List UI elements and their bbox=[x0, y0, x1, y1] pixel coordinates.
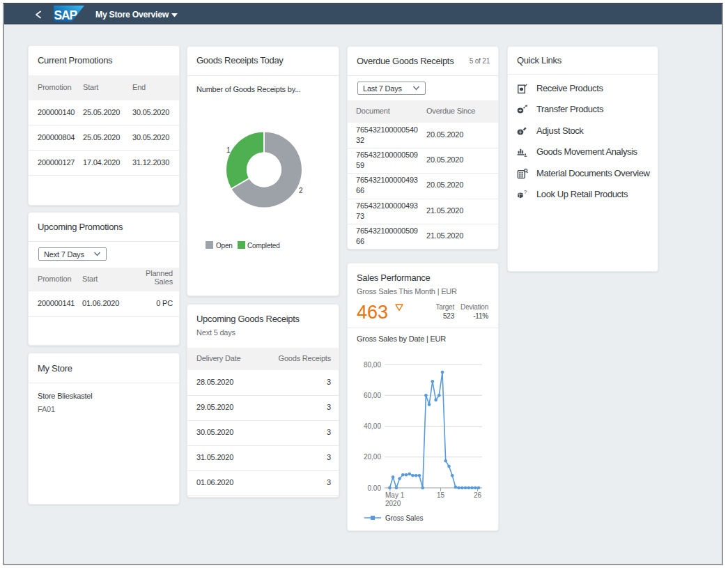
svg-text:0.00: 0.00 bbox=[368, 484, 382, 492]
svg-text:20,00: 20,00 bbox=[364, 453, 381, 461]
svg-text:1: 1 bbox=[226, 146, 231, 154]
svg-text:26: 26 bbox=[474, 491, 482, 499]
svg-text:?: ? bbox=[524, 190, 527, 195]
svg-text:Gross Sales: Gross Sales bbox=[385, 514, 423, 522]
svg-text:80,00: 80,00 bbox=[364, 361, 381, 369]
svg-text:15: 15 bbox=[437, 491, 445, 499]
svg-text:2020: 2020 bbox=[385, 500, 401, 507]
svg-text:40,00: 40,00 bbox=[364, 422, 381, 430]
svg-text:May 1: May 1 bbox=[385, 491, 405, 499]
svg-text:SAP: SAP bbox=[54, 8, 78, 22]
svg-text:60,00: 60,00 bbox=[364, 392, 381, 399]
svg-text:2: 2 bbox=[299, 187, 303, 194]
